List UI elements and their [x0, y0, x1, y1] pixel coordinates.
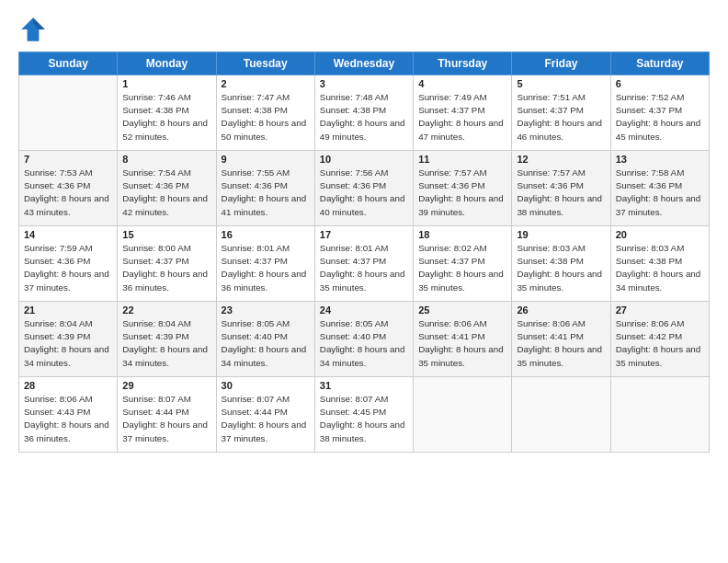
cell-info: Sunrise: 8:05 AMSunset: 4:40 PMDaylight:… [222, 317, 310, 370]
calendar-cell: 27Sunrise: 8:06 AMSunset: 4:42 PMDayligh… [610, 302, 709, 377]
calendar-cell: 25Sunrise: 8:06 AMSunset: 4:41 PMDayligh… [414, 302, 512, 377]
calendar-weekday-thursday: Thursday [414, 52, 512, 75]
calendar-cell: 9Sunrise: 7:55 AMSunset: 4:36 PMDaylight… [216, 151, 314, 226]
day-number: 6 [616, 78, 704, 89]
day-number: 23 [222, 304, 310, 316]
day-number: 15 [122, 229, 210, 240]
page: SundayMondayTuesdayWednesdayThursdayFrid… [0, 0, 728, 563]
day-number: 22 [122, 304, 210, 316]
calendar-table: SundayMondayTuesdayWednesdayThursdayFrid… [18, 52, 710, 453]
calendar-weekday-tuesday: Tuesday [216, 52, 314, 75]
day-number: 9 [222, 154, 310, 165]
cell-info: Sunrise: 8:06 AMSunset: 4:41 PMDaylight:… [517, 317, 605, 370]
calendar-cell [512, 377, 610, 453]
cell-info: Sunrise: 8:04 AMSunset: 4:39 PMDaylight:… [24, 317, 112, 370]
cell-info: Sunrise: 8:07 AMSunset: 4:44 PMDaylight:… [222, 393, 310, 445]
cell-info: Sunrise: 7:48 AMSunset: 4:38 PMDaylight:… [320, 91, 408, 144]
cell-info: Sunrise: 7:51 AMSunset: 4:37 PMDaylight:… [517, 91, 605, 144]
calendar-cell: 28Sunrise: 8:06 AMSunset: 4:43 PMDayligh… [19, 377, 118, 453]
calendar-cell: 17Sunrise: 8:01 AMSunset: 4:37 PMDayligh… [314, 226, 413, 302]
day-number: 30 [222, 380, 310, 391]
calendar-cell: 24Sunrise: 8:05 AMSunset: 4:40 PMDayligh… [314, 302, 413, 377]
cell-info: Sunrise: 7:47 AMSunset: 4:38 PMDaylight:… [222, 91, 310, 144]
day-number: 1 [122, 78, 210, 89]
calendar-cell: 15Sunrise: 8:00 AMSunset: 4:37 PMDayligh… [118, 226, 216, 302]
day-number: 24 [320, 304, 408, 316]
calendar-cell: 10Sunrise: 7:56 AMSunset: 4:36 PMDayligh… [314, 151, 413, 226]
calendar-cell: 2Sunrise: 7:47 AMSunset: 4:38 PMDaylight… [216, 75, 314, 151]
calendar-weekday-wednesday: Wednesday [314, 52, 413, 75]
cell-info: Sunrise: 8:06 AMSunset: 4:43 PMDaylight:… [24, 393, 112, 445]
day-number: 28 [24, 380, 112, 391]
calendar-week-row: 14Sunrise: 7:59 AMSunset: 4:36 PMDayligh… [19, 226, 710, 302]
day-number: 8 [122, 154, 210, 165]
cell-info: Sunrise: 8:06 AMSunset: 4:42 PMDaylight:… [616, 317, 704, 370]
cell-info: Sunrise: 8:03 AMSunset: 4:38 PMDaylight:… [616, 242, 704, 294]
cell-info: Sunrise: 7:49 AMSunset: 4:37 PMDaylight:… [418, 91, 506, 144]
calendar-cell: 20Sunrise: 8:03 AMSunset: 4:38 PMDayligh… [610, 226, 709, 302]
calendar-cell: 4Sunrise: 7:49 AMSunset: 4:37 PMDaylight… [414, 75, 512, 151]
day-number: 17 [320, 229, 408, 240]
logo-icon [18, 15, 48, 44]
calendar-weekday-friday: Friday [512, 52, 610, 75]
day-number: 19 [517, 229, 605, 240]
cell-info: Sunrise: 7:46 AMSunset: 4:38 PMDaylight:… [122, 91, 210, 144]
cell-info: Sunrise: 8:05 AMSunset: 4:40 PMDaylight:… [320, 317, 408, 370]
day-number: 4 [418, 78, 506, 89]
day-number: 21 [24, 304, 112, 316]
cell-info: Sunrise: 8:06 AMSunset: 4:41 PMDaylight:… [418, 317, 506, 370]
day-number: 2 [222, 78, 310, 89]
day-number: 31 [320, 380, 408, 391]
calendar-week-row: 1Sunrise: 7:46 AMSunset: 4:38 PMDaylight… [19, 75, 710, 151]
calendar-cell: 14Sunrise: 7:59 AMSunset: 4:36 PMDayligh… [19, 226, 118, 302]
calendar-weekday-monday: Monday [118, 52, 216, 75]
calendar-cell: 26Sunrise: 8:06 AMSunset: 4:41 PMDayligh… [512, 302, 610, 377]
cell-info: Sunrise: 8:00 AMSunset: 4:37 PMDaylight:… [122, 242, 210, 294]
calendar-cell [610, 377, 709, 453]
cell-info: Sunrise: 8:01 AMSunset: 4:37 PMDaylight:… [222, 242, 310, 294]
logo [18, 15, 53, 44]
calendar-cell [19, 75, 118, 151]
cell-info: Sunrise: 8:07 AMSunset: 4:44 PMDaylight:… [122, 393, 210, 445]
calendar-cell: 8Sunrise: 7:54 AMSunset: 4:36 PMDaylight… [118, 151, 216, 226]
day-number: 14 [24, 229, 112, 240]
cell-info: Sunrise: 7:53 AMSunset: 4:36 PMDaylight:… [24, 167, 112, 219]
calendar-cell: 30Sunrise: 8:07 AMSunset: 4:44 PMDayligh… [216, 377, 314, 453]
calendar-cell: 31Sunrise: 8:07 AMSunset: 4:45 PMDayligh… [314, 377, 413, 453]
calendar-cell [414, 377, 512, 453]
calendar-cell: 3Sunrise: 7:48 AMSunset: 4:38 PMDaylight… [314, 75, 413, 151]
cell-info: Sunrise: 7:56 AMSunset: 4:36 PMDaylight:… [320, 167, 408, 219]
calendar-week-row: 21Sunrise: 8:04 AMSunset: 4:39 PMDayligh… [19, 302, 710, 377]
calendar-weekday-sunday: Sunday [19, 52, 118, 75]
calendar-cell: 5Sunrise: 7:51 AMSunset: 4:37 PMDaylight… [512, 75, 610, 151]
day-number: 5 [517, 78, 605, 89]
cell-info: Sunrise: 8:01 AMSunset: 4:37 PMDaylight:… [320, 242, 408, 294]
cell-info: Sunrise: 8:03 AMSunset: 4:38 PMDaylight:… [517, 242, 605, 294]
day-number: 3 [320, 78, 408, 89]
day-number: 7 [24, 154, 112, 165]
calendar-cell: 1Sunrise: 7:46 AMSunset: 4:38 PMDaylight… [118, 75, 216, 151]
calendar-cell: 23Sunrise: 8:05 AMSunset: 4:40 PMDayligh… [216, 302, 314, 377]
calendar-week-row: 7Sunrise: 7:53 AMSunset: 4:36 PMDaylight… [19, 151, 710, 226]
calendar-cell: 19Sunrise: 8:03 AMSunset: 4:38 PMDayligh… [512, 226, 610, 302]
cell-info: Sunrise: 8:04 AMSunset: 4:39 PMDaylight:… [122, 317, 210, 370]
calendar-cell: 11Sunrise: 7:57 AMSunset: 4:36 PMDayligh… [414, 151, 512, 226]
cell-info: Sunrise: 7:54 AMSunset: 4:36 PMDaylight:… [122, 167, 210, 219]
cell-info: Sunrise: 7:52 AMSunset: 4:37 PMDaylight:… [616, 91, 704, 144]
day-number: 12 [517, 154, 605, 165]
calendar-cell: 29Sunrise: 8:07 AMSunset: 4:44 PMDayligh… [118, 377, 216, 453]
calendar-header-row: SundayMondayTuesdayWednesdayThursdayFrid… [19, 52, 710, 75]
cell-info: Sunrise: 7:57 AMSunset: 4:36 PMDaylight:… [517, 167, 605, 219]
cell-info: Sunrise: 7:59 AMSunset: 4:36 PMDaylight:… [24, 242, 112, 294]
day-number: 11 [418, 154, 506, 165]
cell-info: Sunrise: 7:57 AMSunset: 4:36 PMDaylight:… [418, 167, 506, 219]
day-number: 13 [616, 154, 704, 165]
calendar-cell: 7Sunrise: 7:53 AMSunset: 4:36 PMDaylight… [19, 151, 118, 226]
cell-info: Sunrise: 7:55 AMSunset: 4:36 PMDaylight:… [222, 167, 310, 219]
day-number: 25 [418, 304, 506, 316]
calendar-cell: 22Sunrise: 8:04 AMSunset: 4:39 PMDayligh… [118, 302, 216, 377]
cell-info: Sunrise: 7:58 AMSunset: 4:36 PMDaylight:… [616, 167, 704, 219]
calendar-cell: 18Sunrise: 8:02 AMSunset: 4:37 PMDayligh… [414, 226, 512, 302]
day-number: 29 [122, 380, 210, 391]
calendar-weekday-saturday: Saturday [610, 52, 709, 75]
